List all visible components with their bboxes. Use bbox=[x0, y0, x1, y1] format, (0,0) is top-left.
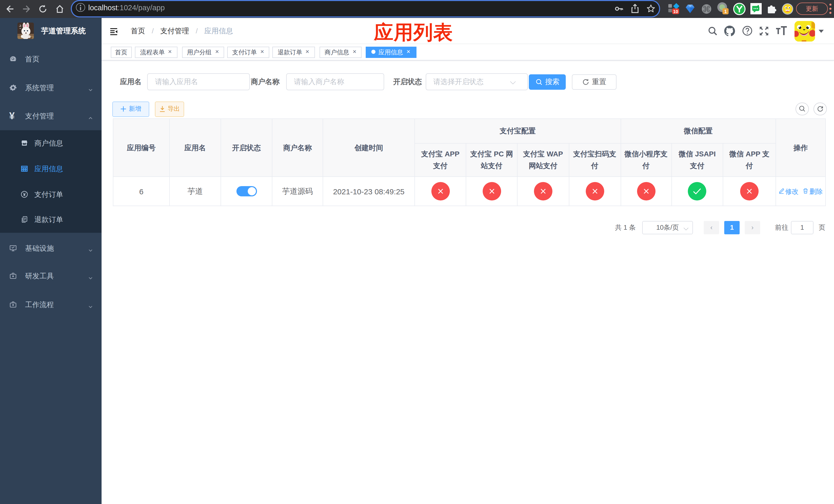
svg-text:1: 1 bbox=[724, 9, 727, 14]
svg-text:10: 10 bbox=[673, 9, 678, 14]
